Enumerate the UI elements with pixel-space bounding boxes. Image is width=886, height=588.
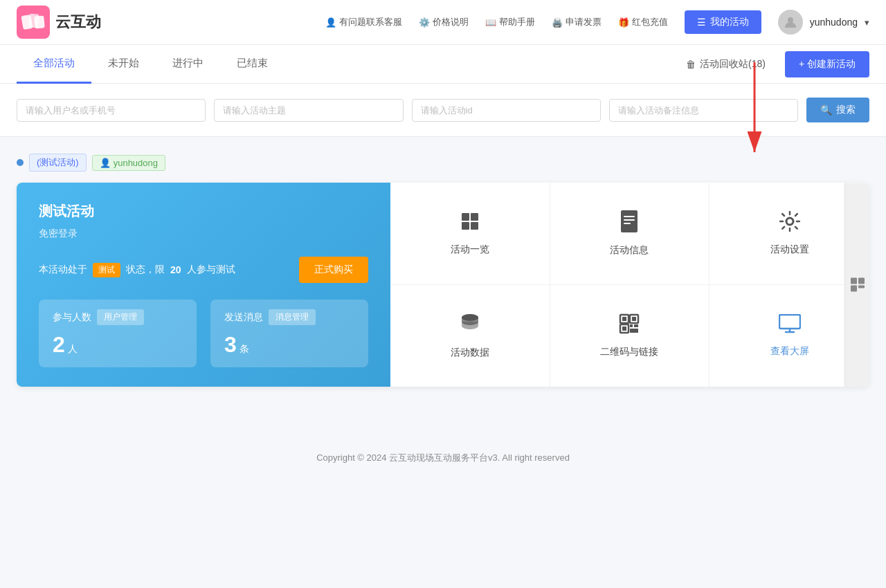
recycle-bin[interactable]: 🗑 活动回收站(18) — [678, 58, 774, 71]
search-theme-input[interactable] — [214, 99, 403, 122]
svg-rect-10 — [624, 216, 635, 217]
test-badge: 测试 — [93, 263, 120, 277]
user-icon-small: 👤 — [100, 158, 111, 168]
stat-messages-header: 发送消息 消息管理 — [224, 309, 354, 325]
svg-rect-5 — [462, 213, 469, 221]
footer: Copyright © 2024 云互动现场互动服务平台v3. All righ… — [0, 431, 886, 485]
nav-pricing[interactable]: ⚙️ 价格说明 — [419, 16, 469, 28]
action-activity-info[interactable]: 活动信息 — [550, 183, 710, 285]
action-qrcode-label: 二维码与链接 — [600, 346, 658, 358]
avatar — [778, 10, 803, 35]
participants-count: 2 人 — [53, 332, 183, 358]
messages-count: 3 条 — [224, 332, 354, 358]
nav-customer-service[interactable]: 👤 有问题联系客服 — [325, 16, 402, 28]
svg-rect-3 — [34, 15, 45, 28]
active-indicator — [17, 159, 24, 166]
side-toggle[interactable] — [844, 183, 869, 387]
settings-icon — [779, 211, 800, 237]
message-management-button[interactable]: 消息管理 — [269, 309, 316, 325]
svg-point-4 — [788, 17, 793, 23]
activity-card: 测试活动 免密登录 本活动处于 测试 状态，限 20 人参与测试 正式购买 参与… — [17, 183, 869, 387]
svg-rect-24 — [779, 315, 800, 329]
create-activity-button[interactable]: + 创建新活动 — [785, 51, 869, 77]
svg-rect-18 — [632, 317, 636, 321]
action-qrcode[interactable]: 二维码与链接 — [550, 285, 710, 387]
search-notes-input[interactable] — [609, 99, 798, 122]
status-text-3: 人参与测试 — [187, 264, 235, 276]
svg-rect-23 — [630, 329, 638, 333]
svg-rect-26 — [858, 278, 865, 284]
header-nav: 👤 有问题联系客服 ⚙️ 价格说明 📖 帮助手册 🖨️ 申请发票 🎁 红包充值 … — [325, 10, 869, 35]
action-activity-data[interactable]: 活动数据 — [390, 285, 550, 387]
redpacket-icon: 🎁 — [618, 17, 629, 28]
nav-invoice[interactable]: 🖨️ 申请发票 — [552, 16, 602, 28]
svg-rect-21 — [630, 324, 633, 327]
search-button[interactable]: 🔍 搜索 — [806, 98, 869, 122]
svg-rect-9 — [621, 210, 638, 232]
stat-participants-header: 参与人数 用户管理 — [53, 309, 183, 325]
tab-bar: 全部活动 未开始 进行中 已结束 🗑 活动回收站(18) + 创建新活动 — [0, 45, 886, 84]
card-left-panel: 测试活动 免密登录 本活动处于 测试 状态，限 20 人参与测试 正式购买 参与… — [17, 183, 390, 387]
svg-rect-20 — [622, 327, 626, 331]
customer-icon: 👤 — [325, 17, 336, 28]
stat-participants: 参与人数 用户管理 2 人 — [39, 300, 197, 367]
document-icon — [620, 210, 639, 237]
user-menu[interactable]: yunhudong ▾ — [778, 10, 869, 35]
search-bar: 🔍 搜索 — [0, 84, 886, 137]
tab-in-progress[interactable]: 进行中 — [156, 45, 220, 84]
buy-button[interactable]: 正式购买 — [299, 257, 368, 283]
svg-rect-6 — [471, 213, 478, 221]
tab-not-started[interactable]: 未开始 — [91, 45, 156, 84]
svg-rect-12 — [624, 223, 631, 224]
activity-filter-tag[interactable]: (测试活动) — [29, 154, 87, 172]
stat-messages: 发送消息 消息管理 3 条 — [210, 300, 368, 367]
my-activity-button[interactable]: ☰ 我的活动 — [685, 10, 761, 34]
svg-rect-28 — [858, 286, 865, 288]
action-data-label: 活动数据 — [451, 347, 489, 359]
copyright-text: Copyright © 2024 云互动现场互动服务平台v3. All righ… — [316, 452, 570, 463]
user-filter-tag[interactable]: 👤 yunhudong — [92, 155, 165, 171]
login-type: 免密登录 — [39, 228, 368, 240]
list-icon: ☰ — [697, 17, 706, 28]
action-activity-overview[interactable]: 活动一览 — [390, 183, 550, 285]
main-content: (测试活动) 👤 yunhudong 测试活动 免密登录 本活动处于 测试 状态… — [0, 137, 886, 403]
action-info-label: 活动信息 — [610, 244, 649, 257]
svg-rect-25 — [851, 278, 857, 284]
help-icon: 📖 — [485, 17, 496, 28]
nav-help[interactable]: 📖 帮助手册 — [485, 16, 535, 28]
tab-ended[interactable]: 已结束 — [220, 45, 284, 84]
logo-text: 云互动 — [55, 12, 101, 33]
header: 云互动 👤 有问题联系客服 ⚙️ 价格说明 📖 帮助手册 🖨️ 申请发票 🎁 红… — [0, 0, 886, 45]
svg-rect-11 — [624, 219, 635, 221]
activity-title: 测试活动 — [39, 202, 368, 221]
participants-unit: 人 — [68, 343, 78, 356]
invoice-icon: 🖨️ — [552, 17, 563, 28]
username: yunhudong — [810, 17, 858, 28]
search-username-input[interactable] — [17, 99, 206, 122]
svg-point-13 — [786, 218, 793, 225]
nav-redpacket[interactable]: 🎁 红包充值 — [618, 16, 668, 28]
monitor-icon — [779, 314, 801, 338]
user-management-button[interactable]: 用户管理 — [97, 309, 144, 325]
qrcode-icon — [619, 313, 640, 339]
logo-icon — [17, 6, 50, 39]
svg-rect-16 — [622, 317, 626, 321]
messages-unit: 条 — [239, 343, 249, 356]
grid-icon — [460, 211, 480, 237]
filter-tags: (测试活动) 👤 yunhudong — [17, 154, 869, 172]
tab-all-activities[interactable]: 全部活动 — [17, 45, 91, 84]
trash-icon: 🗑 — [686, 59, 696, 70]
action-screen-label: 查看大屏 — [770, 345, 809, 358]
svg-rect-8 — [471, 222, 478, 230]
status-text-2: 状态，限 — [126, 264, 165, 276]
chevron-down-icon: ▾ — [865, 17, 869, 28]
pricing-icon: ⚙️ — [419, 17, 430, 28]
action-overview-label: 活动一览 — [451, 244, 489, 256]
logo: 云互动 — [17, 6, 101, 39]
search-id-input[interactable] — [412, 99, 601, 122]
svg-rect-22 — [634, 324, 638, 327]
card-right-panel: 活动一览 活动信息 — [390, 183, 869, 387]
database-icon — [460, 313, 480, 340]
messages-label: 发送消息 — [224, 311, 263, 324]
status-text-1: 本活动处于 — [39, 264, 87, 276]
